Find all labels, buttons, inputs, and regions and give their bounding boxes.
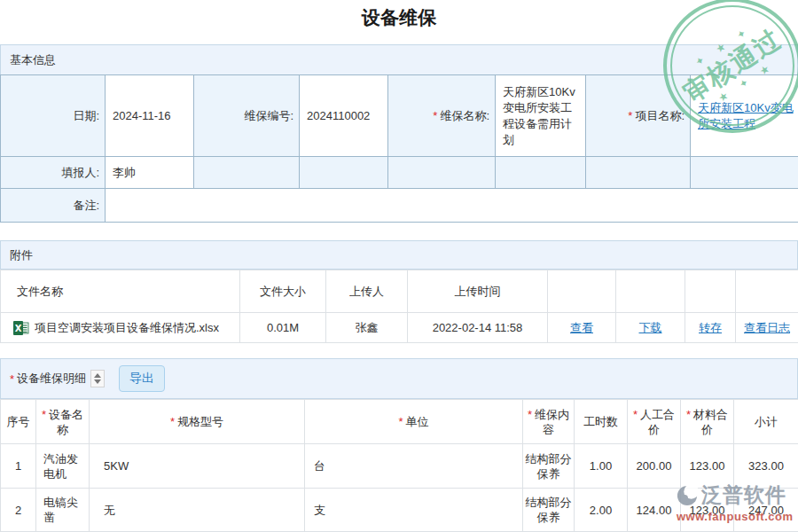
- col-index: 序号: [1, 400, 36, 444]
- upload-time: 2022-02-14 11:58: [408, 313, 548, 343]
- col-empty: [616, 270, 685, 313]
- col-material: *材料合价: [681, 400, 734, 444]
- basic-row-1: 日期: 2024-11-16 维保编号: 2024110002 *维保名称: 天…: [1, 75, 798, 157]
- view-log-link[interactable]: 查看日志: [744, 321, 790, 334]
- action-transfer-cell: 转存: [685, 313, 736, 343]
- cell-unit: 台: [305, 444, 523, 489]
- empty-cell: [194, 157, 300, 189]
- col-unit: *单位: [305, 400, 523, 444]
- date-value: 2024-11-16: [106, 75, 194, 157]
- cell-material: 123.00: [681, 444, 734, 489]
- transfer-link[interactable]: 转存: [699, 321, 722, 334]
- sort-icon[interactable]: [90, 370, 105, 387]
- required-marker: *: [433, 109, 437, 122]
- attachments-header-row: 文件名称 文件大小 上传人 上传时间: [1, 270, 798, 313]
- project-link[interactable]: 天府新区10Kv变电所安装工程: [698, 101, 794, 130]
- empty-cell: [496, 157, 586, 189]
- cell-index: 2: [1, 489, 36, 532]
- basic-info-table: 日期: 2024-11-16 维保编号: 2024110002 *维保名称: 天…: [0, 74, 798, 223]
- empty-cell: [388, 157, 496, 189]
- col-empty: [548, 270, 616, 313]
- section-title: 设备维保明细: [17, 371, 86, 387]
- uploader: 张鑫: [326, 313, 408, 343]
- cell-model: 无: [90, 489, 305, 532]
- col-content: *维保内容: [523, 400, 575, 444]
- col-device-name: *设备名称: [36, 400, 90, 444]
- project-name-value: 天府新区10Kv变电所安装工程: [691, 75, 798, 157]
- col-empty: [736, 270, 798, 313]
- detail-header-row: 序号 *设备名称 *规格型号 *单位 *维保内容 工时数 *人工合价 *材料合价…: [1, 400, 798, 444]
- code-label: 维保编号:: [194, 75, 300, 157]
- date-label: 日期:: [1, 75, 106, 157]
- project-name-label: *项目名称:: [586, 75, 691, 157]
- action-viewlog-cell: 查看日志: [736, 313, 798, 343]
- file-name: 项目空调安装项目设备维保情况.xlsx: [35, 320, 219, 336]
- attachment-row: X 项目空调安装项目设备维保情况.xlsx 0.01M 张鑫 2022-02-1…: [1, 313, 798, 343]
- col-empty: [685, 270, 736, 313]
- svg-text:X: X: [15, 324, 22, 333]
- section-header-detail: * 设备维保明细 导出: [0, 358, 798, 399]
- cell-content: 结构部分保养: [523, 444, 575, 489]
- section-title: 基本信息: [10, 52, 56, 68]
- attachments-table: 文件名称 文件大小 上传人 上传时间 X 项目空调安装项目设备维保情况.xlsx…: [0, 270, 798, 343]
- detail-row: 2 电镐尖凿 无 支 结构部分保养 2.00 124.00 123.00 247…: [1, 489, 798, 532]
- cell-device: 汽油发电机: [36, 444, 90, 489]
- empty-cell: [691, 157, 798, 189]
- col-hours: 工时数: [575, 400, 628, 444]
- col-file-name: 文件名称: [1, 270, 240, 313]
- col-uploader: 上传人: [326, 270, 408, 313]
- cell-labor: 200.00: [628, 444, 681, 489]
- file-name-cell: X 项目空调安装项目设备维保情况.xlsx: [1, 313, 240, 343]
- export-button[interactable]: 导出: [119, 365, 165, 392]
- section-title: 附件: [10, 247, 33, 263]
- reporter-value: 李帅: [106, 157, 194, 189]
- remark-value: [106, 189, 798, 223]
- section-header-basic-info: 基本信息: [0, 44, 798, 75]
- cell-index: 1: [1, 444, 36, 489]
- cell-device: 电镐尖凿: [36, 489, 90, 532]
- required-marker: *: [10, 372, 14, 386]
- cell-hours: 2.00: [575, 489, 628, 532]
- view-link[interactable]: 查看: [570, 321, 593, 334]
- maintenance-name-label: *维保名称:: [388, 75, 496, 157]
- remark-label: 备注:: [1, 189, 106, 223]
- detail-row: 1 汽油发电机 5KW 台 结构部分保养 1.00 200.00 123.00 …: [1, 444, 798, 489]
- cell-material: 123.00: [681, 489, 734, 532]
- cell-content: 结构部分保养: [523, 489, 575, 532]
- basic-row-2: 填报人: 李帅: [1, 157, 798, 189]
- cell-labor: 124.00: [628, 489, 681, 532]
- code-value: 2024110002: [300, 75, 388, 157]
- section-header-attachments: 附件: [0, 240, 798, 270]
- detail-table: 序号 *设备名称 *规格型号 *单位 *维保内容 工时数 *人工合价 *材料合价…: [0, 399, 798, 532]
- maintenance-name-value: 天府新区10Kv变电所安装工程设备需用计划: [496, 75, 586, 157]
- col-model: *规格型号: [90, 400, 305, 444]
- download-link[interactable]: 下载: [639, 321, 662, 334]
- file-size: 0.01M: [240, 313, 326, 343]
- reporter-label: 填报人:: [1, 157, 106, 189]
- cell-hours: 1.00: [575, 444, 628, 489]
- cell-unit: 支: [305, 489, 523, 532]
- basic-row-3: 备注:: [1, 189, 798, 223]
- col-upload-time: 上传时间: [408, 270, 548, 313]
- col-file-size: 文件大小: [240, 270, 326, 313]
- action-view-cell: 查看: [548, 313, 616, 343]
- cell-model: 5KW: [90, 444, 305, 489]
- cell-subtotal: 247.00: [734, 489, 798, 532]
- excel-file-icon: X: [13, 320, 29, 336]
- col-labor: *人工合价: [628, 400, 681, 444]
- col-subtotal: 小计: [734, 400, 798, 444]
- action-download-cell: 下载: [616, 313, 685, 343]
- empty-cell: [300, 157, 388, 189]
- cell-subtotal: 323.00: [734, 444, 798, 489]
- required-marker: *: [628, 109, 632, 122]
- empty-cell: [586, 157, 691, 189]
- page-title: 设备维保: [0, 5, 798, 30]
